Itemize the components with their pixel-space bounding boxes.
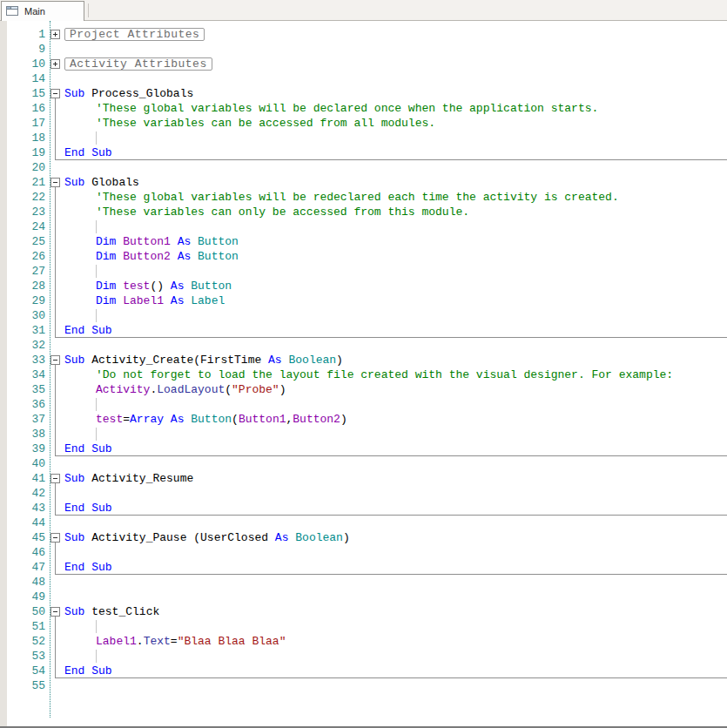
code-line[interactable]: test=Array As Button(Button1,Button2) bbox=[96, 412, 347, 427]
sub-end-rule bbox=[55, 159, 727, 160]
code-line[interactable]: 'These variables can only be accessed fr… bbox=[96, 205, 469, 219]
code-line[interactable]: End Sub bbox=[64, 664, 112, 678]
fold-collapse-toggle[interactable] bbox=[50, 533, 60, 543]
line-number: 30 bbox=[7, 308, 45, 323]
line-number: 35 bbox=[7, 382, 45, 397]
fold-expand-toggle[interactable] bbox=[50, 59, 60, 69]
breakpoint-margin[interactable] bbox=[0, 21, 7, 726]
code-token: Dim bbox=[96, 250, 123, 263]
sub-end-rule bbox=[55, 574, 727, 575]
code-token: "Probe" bbox=[232, 383, 279, 396]
code-line[interactable]: Dim Button2 As Button bbox=[96, 249, 239, 264]
line-number: 10 bbox=[7, 57, 45, 71]
fold-glyph bbox=[53, 478, 57, 479]
code-token: ) bbox=[279, 383, 286, 396]
code-line[interactable]: 'These global variables will be declared… bbox=[96, 101, 598, 116]
code-token: Label1 bbox=[96, 635, 137, 648]
sub-end-rule bbox=[55, 455, 727, 456]
code-token: Activity_Resume bbox=[91, 472, 193, 485]
code-token: Sub bbox=[64, 531, 91, 544]
line-number: 16 bbox=[7, 101, 45, 116]
line-number: 37 bbox=[7, 412, 45, 427]
code-token: Sub bbox=[64, 354, 91, 367]
line-number: 31 bbox=[7, 323, 45, 338]
code-token: 'These variables can be accessed from al… bbox=[96, 117, 435, 130]
form-window-icon bbox=[6, 6, 19, 17]
fold-glyph bbox=[55, 62, 56, 66]
indent-guide bbox=[96, 220, 97, 233]
code-token: Button2 bbox=[123, 250, 171, 263]
code-line[interactable]: Dim Button1 As Button bbox=[96, 234, 239, 249]
fold-structure-line bbox=[55, 543, 56, 575]
line-number: 34 bbox=[7, 367, 45, 382]
line-number: 50 bbox=[7, 604, 45, 619]
code-line[interactable]: End Sub bbox=[64, 560, 112, 575]
code-token: Boolean bbox=[295, 531, 343, 544]
line-number: 48 bbox=[7, 575, 45, 590]
code-line[interactable]: End Sub bbox=[64, 501, 112, 516]
indent-guide bbox=[96, 398, 97, 411]
indent-guide bbox=[96, 428, 97, 441]
line-number: 40 bbox=[7, 456, 45, 471]
line-number: 49 bbox=[7, 590, 45, 604]
code-token: Button bbox=[198, 250, 239, 263]
code-line[interactable]: 'These global variables will be redeclar… bbox=[96, 190, 619, 205]
code-line[interactable]: End Sub bbox=[64, 145, 112, 160]
line-number: 54 bbox=[7, 664, 45, 678]
code-token: ) bbox=[340, 413, 347, 426]
code-token: 'These variables can only be accessed fr… bbox=[96, 206, 469, 219]
fold-expand-toggle[interactable] bbox=[50, 30, 60, 39]
line-number: 38 bbox=[7, 427, 45, 442]
code-line[interactable]: Sub test_Click bbox=[64, 604, 159, 619]
code-token: End Sub bbox=[64, 324, 112, 337]
code-line[interactable]: Dim test() As Button bbox=[96, 279, 232, 293]
line-number: 39 bbox=[7, 442, 45, 456]
line-number: 19 bbox=[7, 145, 45, 160]
code-line[interactable]: Label1.Text="Blaa Blaa Blaa" bbox=[96, 634, 286, 649]
sub-end-rule bbox=[55, 337, 727, 338]
code-token: Array bbox=[130, 413, 164, 426]
code-token: As bbox=[164, 413, 191, 426]
code-line[interactable]: End Sub bbox=[64, 323, 112, 338]
code-line[interactable]: Activity.LoadLayout("Probe") bbox=[96, 382, 286, 397]
tab-main[interactable]: Main bbox=[1, 1, 84, 21]
code-line[interactable]: Sub Activity_Resume bbox=[64, 471, 193, 486]
line-number: 20 bbox=[7, 160, 45, 175]
line-number: 17 bbox=[7, 116, 45, 131]
code-token: Button bbox=[191, 413, 232, 426]
code-token: As bbox=[261, 354, 288, 367]
line-number: 23 bbox=[7, 205, 45, 219]
code-line[interactable]: Sub Activity_Pause (UserClosed As Boolea… bbox=[64, 530, 350, 545]
code-token: Activity_Pause (UserClosed bbox=[91, 531, 268, 544]
code-line[interactable]: End Sub bbox=[64, 442, 112, 456]
indent-guide bbox=[96, 131, 97, 145]
line-number: 52 bbox=[7, 634, 45, 649]
line-number: 32 bbox=[7, 338, 45, 353]
code-token: Sub bbox=[64, 176, 91, 189]
fold-collapse-toggle[interactable] bbox=[50, 355, 60, 365]
code-line[interactable]: Sub Activity_Create(FirstTime As Boolean… bbox=[64, 353, 343, 367]
collapsed-region-label: Project Attributes bbox=[64, 28, 205, 41]
tab-bar: Main bbox=[0, 0, 727, 21]
line-number: 9 bbox=[7, 42, 45, 57]
fold-collapse-toggle[interactable] bbox=[50, 89, 60, 98]
fold-collapse-toggle[interactable] bbox=[50, 178, 60, 187]
line-number: 46 bbox=[7, 545, 45, 560]
code-line[interactable]: Dim Label1 As Label bbox=[96, 293, 225, 308]
line-number: 18 bbox=[7, 131, 45, 145]
fold-collapse-toggle[interactable] bbox=[50, 607, 60, 617]
code-line[interactable]: Sub Globals bbox=[64, 175, 139, 190]
line-number: 45 bbox=[7, 530, 45, 545]
code-token: Button1 bbox=[239, 413, 286, 426]
code-line[interactable]: 'These variables can be accessed from al… bbox=[96, 116, 435, 131]
code-line[interactable]: 'Do not forget to load the layout file c… bbox=[96, 367, 673, 382]
code-line[interactable]: Sub Process_Globals bbox=[64, 86, 193, 101]
line-number: 26 bbox=[7, 249, 45, 264]
code-token: Label1 bbox=[123, 294, 164, 307]
code-token: End Sub bbox=[64, 442, 112, 455]
code-token: Process_Globals bbox=[91, 87, 193, 100]
code-token: test bbox=[96, 413, 123, 426]
line-number: 33 bbox=[7, 353, 45, 367]
line-number: 25 bbox=[7, 234, 45, 249]
fold-collapse-toggle[interactable] bbox=[50, 474, 60, 483]
